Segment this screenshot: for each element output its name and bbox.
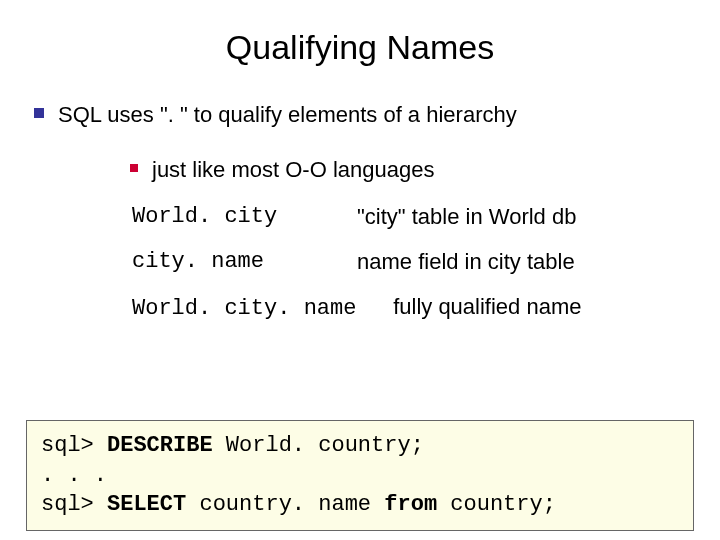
sql-keyword: from — [384, 492, 437, 517]
bullet-level-2: just like most O-O languages — [152, 156, 680, 185]
example-row: World. city "city" table in World db — [132, 202, 690, 233]
sql-text: country. name — [186, 492, 384, 517]
bullet-2-text: just like most O-O languages — [152, 157, 434, 182]
example-code: World. city — [132, 202, 357, 233]
example-code: World. city. name — [132, 296, 356, 321]
example-row: World. city. name fully qualified name — [132, 292, 690, 325]
code-box: sql> DESCRIBE World. country; . . . sql>… — [26, 420, 694, 531]
example-code: city. name — [132, 247, 357, 278]
example-desc: "city" table in World db — [357, 202, 576, 233]
bullet-1-text: SQL uses ". " to qualify elements of a h… — [58, 102, 517, 127]
example-desc: fully qualified name — [393, 294, 581, 319]
slide-title: Qualifying Names — [0, 28, 720, 67]
code-line: sql> SELECT country. name from country; — [41, 490, 679, 520]
square-bullet-icon — [130, 164, 138, 172]
sql-prompt: sql> — [41, 433, 107, 458]
slide: Qualifying Names SQL uses ". " to qualif… — [0, 28, 720, 540]
code-line: . . . — [41, 461, 679, 491]
example-row: city. name name field in city table — [132, 247, 690, 278]
sql-keyword: SELECT — [107, 492, 186, 517]
sql-text: World. country; — [213, 433, 424, 458]
sql-text: country; — [437, 492, 556, 517]
example-desc: name field in city table — [357, 247, 575, 278]
code-line: sql> DESCRIBE World. country; — [41, 431, 679, 461]
sql-keyword: DESCRIBE — [107, 433, 213, 458]
square-bullet-icon — [34, 108, 44, 118]
sql-prompt: sql> — [41, 492, 107, 517]
bullet-level-1: SQL uses ". " to qualify elements of a h… — [58, 101, 680, 130]
